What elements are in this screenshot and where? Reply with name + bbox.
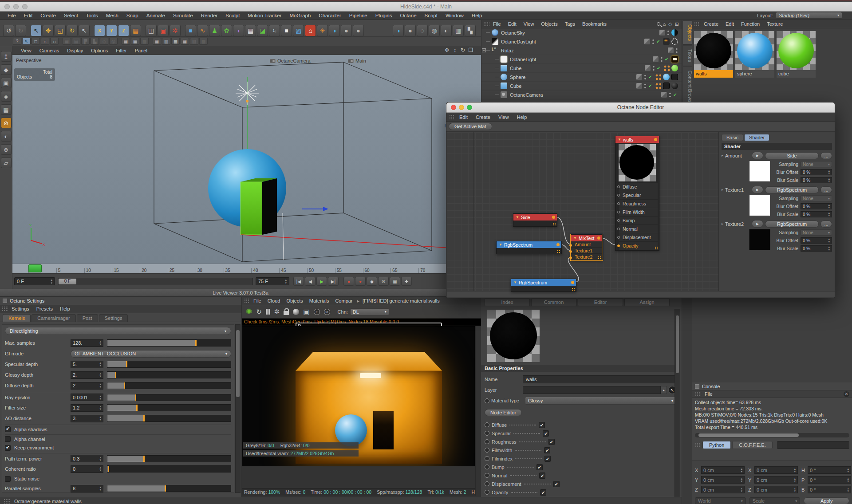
enabled-check-icon[interactable]: ✔ xyxy=(673,92,678,97)
toolbar-icon-small[interactable]: ▦ xyxy=(181,38,189,45)
panel-grip[interactable] xyxy=(695,391,701,397)
console-file-menu[interactable]: File xyxy=(701,391,716,397)
object-tag-icon[interactable] xyxy=(655,83,661,89)
layer-toggle[interactable] xyxy=(661,92,667,98)
panel-grip[interactable] xyxy=(694,21,700,27)
material-tile[interactable]: walls xyxy=(694,31,733,78)
toolbar-icon[interactable]: ■ xyxy=(281,25,292,36)
param-checkbox[interactable] xyxy=(5,476,11,482)
toolbar-icon-small[interactable]: ↖ xyxy=(22,38,31,45)
expander-icon[interactable]: − xyxy=(482,48,486,52)
viewer-scrollbar[interactable] xyxy=(475,326,481,496)
timeline-slider[interactable]: 0 F xyxy=(58,278,253,285)
toolbar-icon-small[interactable]: ◎ xyxy=(109,38,118,45)
param-value-field[interactable]: 2.▴▾ xyxy=(71,382,103,390)
param-slider[interactable] xyxy=(107,382,231,389)
object-tag-icon[interactable] xyxy=(671,29,678,36)
toolbar-icon[interactable]: ◌ xyxy=(417,25,428,36)
viewport-menu-item[interactable]: Options xyxy=(87,48,112,53)
param-value-field[interactable]: 2.▴▾ xyxy=(71,371,103,379)
menu-item[interactable]: Render xyxy=(197,13,222,18)
viewer-menu-item[interactable]: File xyxy=(250,298,264,303)
toolbar-icon[interactable]: ✿ xyxy=(221,25,232,36)
palette-icon[interactable]: ▦ xyxy=(1,104,12,115)
material-menu-item[interactable]: Function xyxy=(738,21,763,27)
param-value-field[interactable]: 128.▴▾ xyxy=(71,339,103,347)
menu-item[interactable]: Octane xyxy=(396,13,420,18)
panel-grip[interactable] xyxy=(449,114,455,120)
more-button[interactable]: ... xyxy=(820,186,832,193)
param-dropdown[interactable]: GI_AMBIENT_OCCLUSION▾ xyxy=(71,350,231,358)
layer-browse-button[interactable]: ▸ xyxy=(661,386,667,394)
channel-row[interactable]: Roughness ✔ xyxy=(481,437,672,446)
viewport-menu-item[interactable]: Display xyxy=(63,48,87,53)
node-header[interactable]: ▼MixText xyxy=(571,235,602,241)
input-port[interactable] xyxy=(569,256,572,259)
node-editor-menu-item[interactable]: View xyxy=(494,114,513,120)
toolbar-icon-small[interactable]: ▛ xyxy=(81,38,90,45)
shader-swatch[interactable] xyxy=(749,229,770,250)
viewer-tool-icon[interactable]: ✲ xyxy=(274,308,280,316)
viewer-tool-icon[interactable]: M xyxy=(324,309,330,315)
palette-icon[interactable]: ◆ xyxy=(1,64,12,75)
visibility-dots[interactable] xyxy=(652,39,655,44)
timeline-range-marker[interactable] xyxy=(28,264,42,272)
blur-scale-field[interactable]: 0 %▴▾ xyxy=(801,177,832,183)
viewer-menu-item[interactable]: Cloud xyxy=(264,298,284,303)
input-port[interactable] xyxy=(617,211,620,213)
channel-radio-icon[interactable] xyxy=(485,490,489,495)
node-editor-menu-item[interactable]: Edit xyxy=(455,114,472,120)
param-value-field[interactable]: 0▴▾ xyxy=(71,465,103,473)
object-row[interactable]: − Cube ✔ xyxy=(481,64,682,73)
blur-scale-field[interactable]: 0 %▴▾ xyxy=(801,245,832,252)
material-menu-item[interactable]: Texture xyxy=(763,21,786,27)
toolbar-icon-small[interactable]: ▥ xyxy=(162,38,170,45)
viewer-tool-icon[interactable] xyxy=(293,309,299,315)
param-value-field[interactable]: 0.3▴▾ xyxy=(71,455,103,462)
coordinate-field[interactable]: 0 cm▴▾ xyxy=(701,476,745,484)
param-checkbox[interactable] xyxy=(5,436,11,442)
toolbar-icon-small[interactable]: ▦ xyxy=(63,38,71,45)
toolbar-icon[interactable]: ◍ xyxy=(429,25,440,36)
object-tag-icon[interactable] xyxy=(671,83,678,89)
menu-item[interactable]: Sculpt xyxy=(221,13,244,18)
menu-item[interactable]: Plugins xyxy=(371,13,396,18)
timeline-ruler[interactable]: 051015202530354045505560657075 xyxy=(12,264,481,273)
scale-mode-dropdown[interactable]: Scale▾ xyxy=(749,497,801,504)
toolbar-icon[interactable]: Y xyxy=(106,25,117,36)
toolbar-icon-small[interactable]: □ xyxy=(32,38,40,45)
toolbar-icon[interactable]: ● xyxy=(341,25,352,36)
attribute-tab[interactable]: Assign xyxy=(624,298,670,306)
toolbar-icon[interactable]: ✥ xyxy=(43,25,54,36)
palette-icon[interactable]: ↥ xyxy=(1,51,12,62)
layer-toggle[interactable] xyxy=(653,56,659,62)
viewport-menu-item[interactable]: Filter xyxy=(112,48,130,53)
blur-offset-field[interactable]: 0 %▴▾ xyxy=(801,237,832,244)
channel-check-icon[interactable]: ✔ xyxy=(540,489,546,496)
toolbar-icon-small[interactable]: ▦ xyxy=(131,38,139,45)
toolbar-icon[interactable]: ↻ xyxy=(15,25,26,36)
object-manager-menu-item[interactable]: Tags xyxy=(561,21,579,27)
menu-item[interactable]: Script xyxy=(421,13,442,18)
menu-item[interactable]: Motion Tracker xyxy=(244,13,285,18)
palette-icon[interactable]: ⊕ xyxy=(1,144,12,155)
layer-toggle[interactable] xyxy=(668,47,674,53)
visibility-dots[interactable] xyxy=(652,65,655,71)
shader-type-button[interactable]: RgbSpectrum xyxy=(765,220,819,228)
channel-check-icon[interactable]: ✔ xyxy=(544,456,551,462)
object-name[interactable]: OctaneCamera xyxy=(510,92,543,98)
toolbar-icon-small[interactable]: ▧ xyxy=(190,38,198,45)
render-canvas[interactable]: Grey8/16: 0/0Rgb32/64: 0/0 Used/free/tot… xyxy=(242,326,475,466)
node-graph-canvas[interactable] xyxy=(447,132,718,292)
input-port[interactable] xyxy=(617,236,620,239)
attribute-scrollbar[interactable] xyxy=(674,309,680,502)
menu-item[interactable]: Animate xyxy=(142,13,169,18)
kernel-type-dropdown[interactable]: Directlighting▾ xyxy=(5,327,231,335)
tab-shader[interactable]: Shader xyxy=(744,134,769,141)
channel-radio-icon[interactable] xyxy=(485,456,489,461)
toolbar-icon[interactable]: ↺ xyxy=(3,25,14,36)
toolbar-icon[interactable]: ▦ xyxy=(245,25,256,36)
enabled-check-icon[interactable]: ✔ xyxy=(657,66,662,71)
toolbar-icon[interactable]: Z xyxy=(118,25,129,36)
visibility-dots[interactable] xyxy=(669,92,671,98)
